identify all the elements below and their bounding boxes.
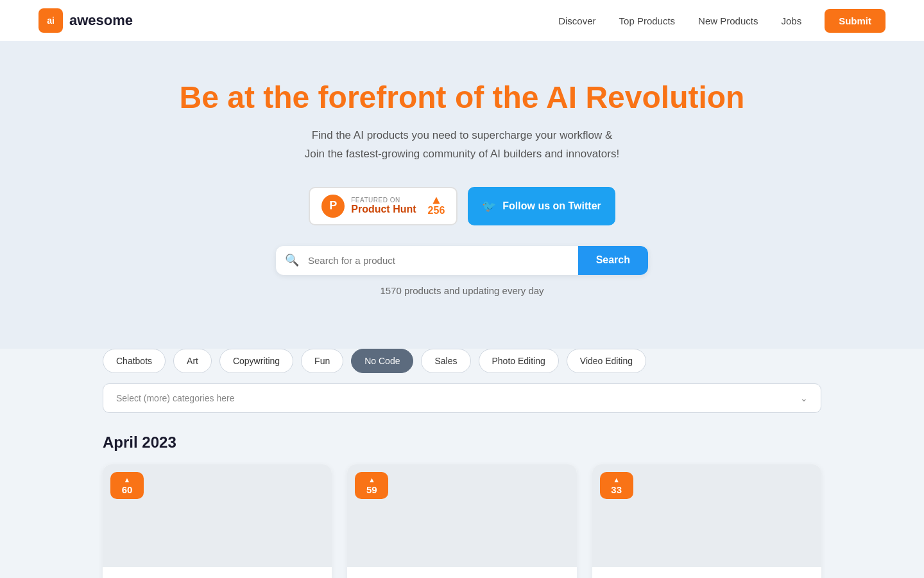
twitter-icon: 🐦 — [482, 199, 496, 213]
nav-jobs[interactable]: Jobs — [781, 15, 801, 26]
nav-new-products[interactable]: New Products — [698, 15, 758, 26]
logo-icon: ai — [38, 8, 63, 33]
product-card-pro-photos[interactable]: ▲ 60 ProPhotos Upgrade your professional… — [103, 464, 332, 578]
hero-section: Be at the forefront of the AI Revolution… — [0, 41, 924, 349]
vote-badge: ▲ 60 — [110, 472, 144, 499]
ph-logo-icon: P — [321, 195, 345, 218]
more-categories-dropdown[interactable]: Select (more) categories here ⌄ — [103, 383, 821, 413]
nav-links: Discover Top Products New Products Jobs … — [558, 9, 886, 33]
ph-name: Product Hunt — [351, 204, 416, 215]
vote-arrow-icon: ▲ — [613, 476, 620, 484]
logo[interactable]: ai awesome — [38, 8, 133, 33]
main-content: ChatbotsArtCopywritingFunNo CodeSalesPho… — [77, 349, 847, 578]
vote-count: 33 — [611, 484, 622, 495]
category-fun[interactable]: Fun — [301, 349, 343, 373]
product-grid: ▲ 60 ProPhotos Upgrade your professional… — [103, 464, 821, 578]
nav-discover[interactable]: Discover — [558, 15, 595, 26]
card-image: ▲ 59 — [347, 464, 576, 567]
hero-subtitle: Find the AI products you need to superch… — [13, 127, 911, 164]
search-input[interactable] — [308, 246, 578, 275]
product-card-gajix[interactable]: ▲ 59 GAJIX Introducing GAJIX: Your Perso… — [347, 464, 576, 578]
card-body: ProPhotos Upgrade your professional imag… — [103, 567, 332, 578]
card-image: ▲ 33 — [592, 464, 821, 567]
navbar: ai awesome Discover Top Products New Pro… — [0, 0, 924, 41]
ph-count-number: 256 — [428, 205, 445, 216]
search-box: 🔍 Search — [276, 246, 648, 275]
twitter-button[interactable]: 🐦 Follow us on Twitter — [468, 187, 615, 225]
card-body: GAJIX Introducing GAJIX: Your Personal A… — [347, 567, 576, 578]
card-image: ▲ 60 — [103, 464, 332, 567]
category-sales[interactable]: Sales — [421, 349, 470, 373]
ph-featured-label: FEATURED ON — [351, 197, 416, 204]
hero-ctas: P FEATURED ON Product Hunt 256 🐦 Follow … — [13, 187, 911, 225]
hero-heading: Be at the forefront of the AI Revolution — [13, 80, 911, 115]
product-card-ai-talk[interactable]: ▲ 33 AI Talk AI talk app — [592, 464, 821, 578]
search-wrapper: 🔍 Search — [13, 246, 911, 275]
search-button[interactable]: Search — [578, 246, 648, 275]
search-icon: 🔍 — [276, 246, 308, 275]
categories: ChatbotsArtCopywritingFunNo CodeSalesPho… — [103, 349, 821, 373]
more-categories-label: Select (more) categories here — [116, 393, 234, 403]
category-photo-editing[interactable]: Photo Editing — [479, 349, 559, 373]
svg-marker-0 — [432, 197, 440, 204]
category-video-editing[interactable]: Video Editing — [567, 349, 646, 373]
category-copywriting[interactable]: Copywriting — [219, 349, 293, 373]
category-no-code[interactable]: No Code — [351, 349, 413, 373]
ph-text: FEATURED ON Product Hunt — [351, 197, 416, 215]
vote-badge: ▲ 59 — [355, 472, 388, 499]
submit-button[interactable]: Submit — [825, 9, 886, 33]
ph-count: 256 — [428, 196, 445, 216]
product-hunt-button[interactable]: P FEATURED ON Product Hunt 256 — [309, 187, 458, 225]
vote-arrow-icon: ▲ — [368, 476, 375, 484]
hero-heading-highlight: AI Revolution — [546, 80, 744, 114]
nav-top-products[interactable]: Top Products — [619, 15, 676, 26]
vote-arrow-icon: ▲ — [124, 476, 131, 484]
products-count: 1570 products and updating every day — [13, 285, 911, 296]
twitter-label: Follow us on Twitter — [502, 200, 601, 212]
category-chatbots[interactable]: Chatbots — [103, 349, 166, 373]
vote-badge: ▲ 33 — [600, 472, 633, 499]
vote-count: 59 — [366, 484, 377, 495]
card-body: AI Talk AI talk app — [592, 567, 821, 578]
vote-count: 60 — [122, 484, 133, 495]
logo-text: awesome — [69, 12, 133, 29]
chevron-down-icon: ⌄ — [800, 393, 808, 403]
section-title: April 2023 — [103, 434, 821, 451]
category-art[interactable]: Art — [173, 349, 212, 373]
hero-heading-plain: Be at the forefront of the — [180, 80, 547, 114]
